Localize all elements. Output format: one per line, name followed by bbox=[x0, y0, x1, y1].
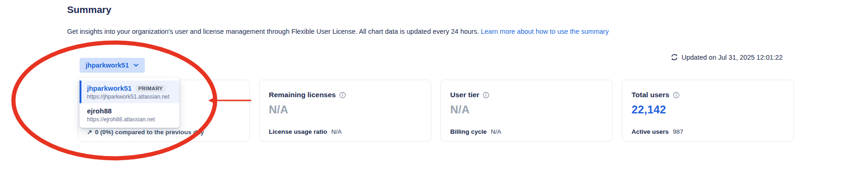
card-footer-label: License usage ratio bbox=[269, 128, 327, 135]
card-remaining-licenses: Remaining licenses N/A License usage rat… bbox=[259, 80, 431, 142]
card-value: N/A bbox=[269, 103, 422, 116]
page-description: Get insights into your organization's us… bbox=[67, 28, 770, 35]
card-footer-value: 987 bbox=[673, 128, 683, 135]
refresh-icon bbox=[670, 53, 678, 61]
info-icon[interactable] bbox=[483, 92, 490, 99]
page-title: Summary bbox=[67, 4, 112, 15]
card-footer-value: N/A bbox=[331, 128, 342, 135]
card-total-users: Total users 22,142 Active users 987 bbox=[622, 80, 794, 142]
trend-up-icon: ↗ bbox=[87, 128, 92, 136]
info-icon[interactable] bbox=[673, 92, 680, 99]
card-title: User tier bbox=[450, 91, 479, 99]
summary-cards: ↗ 0 (0%) compared to the previous day Re… bbox=[78, 80, 794, 142]
dropdown-item-jhparkwork51[interactable]: jhparkwork51 PRIMARY https://jhparkwork5… bbox=[80, 81, 180, 103]
card-title: Total users bbox=[632, 91, 670, 99]
updated-text: Updated on Jul 31, 2025 12:01:22 bbox=[682, 54, 782, 61]
dropdown-item-url: https://jhparkwork51.atlassian.net bbox=[87, 94, 174, 100]
card-user-tier: User tier N/A Billing cycle N/A bbox=[440, 80, 613, 142]
card-footer-label: Active users bbox=[632, 128, 669, 135]
description-text: Get insights into your organization's us… bbox=[67, 28, 479, 35]
dropdown-item-name: jhparkwork51 bbox=[87, 84, 132, 92]
card-title: Remaining licenses bbox=[269, 91, 336, 99]
trend-row: ↗ 0 (0%) compared to the previous day bbox=[87, 128, 204, 136]
info-icon[interactable] bbox=[339, 92, 346, 99]
dropdown-item-ejroh88[interactable]: ejroh88 https://ejroh88.atlassian.net bbox=[80, 103, 180, 126]
card-footer-value: N/A bbox=[491, 128, 502, 135]
learn-more-link[interactable]: Learn more about how to use the summary bbox=[481, 28, 608, 35]
summary-page: Summary Get insights into your organizat… bbox=[0, 0, 868, 187]
dropdown-item-name: ejroh88 bbox=[87, 107, 112, 115]
chevron-down-icon bbox=[133, 63, 139, 67]
primary-badge: PRIMARY bbox=[136, 85, 166, 92]
updated-status: Updated on Jul 31, 2025 12:01:22 bbox=[670, 53, 782, 61]
card-value: 22,142 bbox=[632, 103, 784, 116]
card-footer-label: Billing cycle bbox=[450, 128, 487, 135]
org-switcher-label: jhparkwork51 bbox=[86, 62, 129, 69]
card-value: N/A bbox=[450, 103, 603, 116]
org-switcher-button[interactable]: jhparkwork51 bbox=[80, 58, 145, 73]
trend-text: 0 (0%) compared to the previous day bbox=[95, 129, 204, 136]
org-dropdown-menu: jhparkwork51 PRIMARY https://jhparkwork5… bbox=[80, 78, 180, 128]
dropdown-item-url: https://ejroh88.atlassian.net bbox=[87, 116, 174, 123]
